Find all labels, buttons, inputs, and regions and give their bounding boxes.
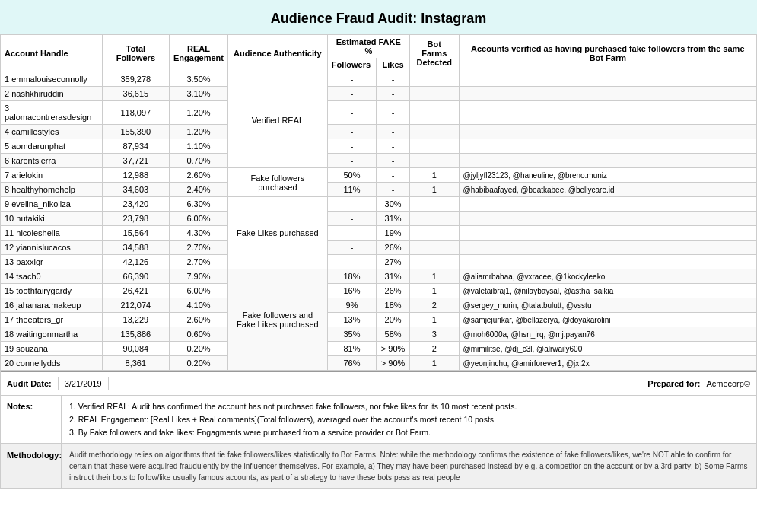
total-followers: 37,721	[102, 154, 169, 168]
col-fake-followers: Followers	[327, 58, 376, 72]
bot-farms	[409, 139, 459, 154]
real-engagement: 1.20%	[169, 125, 227, 139]
accounts-verified	[459, 139, 756, 154]
col-estimated-fake: Estimated FAKE %	[327, 35, 409, 59]
total-followers: 12,988	[102, 168, 169, 183]
table-row: 6 karentsierra37,7210.70%--	[1, 154, 757, 168]
real-engagement: 2.70%	[169, 255, 227, 269]
bot-farms: 1	[409, 356, 459, 371]
total-followers: 26,421	[102, 284, 169, 298]
fake-followers-pct: -	[327, 212, 376, 226]
accounts-verified: @moh6000a, @hsn_irq, @mj.payan76	[459, 327, 756, 342]
row-number: 13 paxxigr	[1, 255, 103, 269]
row-number: 11 nicolesheila	[1, 226, 103, 241]
bot-farms	[409, 87, 459, 101]
fake-likes-pct: -	[377, 139, 410, 154]
fake-likes-pct: 19%	[377, 226, 410, 241]
total-followers: 42,126	[102, 255, 169, 269]
fake-likes-pct: 20%	[377, 313, 410, 327]
real-engagement: 6.00%	[169, 284, 227, 298]
fake-followers-pct: 16%	[327, 284, 376, 298]
table-row: 8 healthyhomehelp34,6032.40%11%-1@habiba…	[1, 183, 757, 197]
row-number: 10 nutakiki	[1, 212, 103, 226]
total-followers: 212,074	[102, 298, 169, 313]
methodology-label: Methodology:	[1, 444, 62, 488]
row-number: 12 yiannislucacos	[1, 241, 103, 255]
row-number: 16 jahanara.makeup	[1, 298, 103, 313]
real-engagement: 1.10%	[169, 139, 227, 154]
accounts-verified	[459, 154, 756, 168]
fake-followers-pct: 18%	[327, 269, 376, 284]
real-engagement: 1.20%	[169, 101, 227, 125]
real-engagement: 2.60%	[169, 168, 227, 183]
table-row: 13 paxxigr42,1262.70%-27%	[1, 255, 757, 269]
table-row: 2 nashkhiruddin36,6153.10%--	[1, 87, 757, 101]
total-followers: 13,229	[102, 313, 169, 327]
real-engagement: 2.60%	[169, 313, 227, 327]
real-engagement: 7.90%	[169, 269, 227, 284]
real-engagement: 3.50%	[169, 72, 227, 87]
audit-date-row: Audit Date: 3/21/2019 Prepared for: Acme…	[1, 371, 756, 396]
table-row: 20 connellydds8,3610.20%76%> 90%1@yeonji…	[1, 356, 757, 371]
col-authenticity: Audience Authenticity	[228, 35, 328, 72]
accounts-verified: @valetaibraj1, @nilaybaysal, @astha_saik…	[459, 284, 756, 298]
fake-likes-pct: 18%	[377, 298, 410, 313]
accounts-verified	[459, 255, 756, 269]
total-followers: 23,420	[102, 197, 169, 212]
fake-likes-pct: -	[377, 72, 410, 87]
fake-followers-pct: -	[327, 154, 376, 168]
table-row: 18 waitingonmartha135,8860.60%35%58%3@mo…	[1, 327, 757, 342]
table-row: 9 evelina_nikoliza23,4206.30%Fake Likes …	[1, 197, 757, 212]
table-row: 5 aomdarunphat87,9341.10%--	[1, 139, 757, 154]
bot-farms: 1	[409, 269, 459, 284]
row-number: 4 camillestyles	[1, 125, 103, 139]
audience-authenticity: Fake followers andFake Likes purchased	[228, 269, 328, 371]
accounts-verified: @mimilitse, @dj_c3l, @alrwaily600	[459, 342, 756, 356]
fake-likes-pct: 26%	[377, 241, 410, 255]
fake-followers-pct: -	[327, 241, 376, 255]
table-row: 15 toothfairygardy26,4216.00%16%26%1@val…	[1, 284, 757, 298]
accounts-verified	[459, 226, 756, 241]
total-followers: 359,278	[102, 72, 169, 87]
header-row-top: Account Handle Total Followers REALEngag…	[1, 35, 757, 59]
notes-section: Notes: 1. Verified REAL: Audit has confi…	[1, 396, 756, 444]
total-followers: 36,615	[102, 87, 169, 101]
fake-likes-pct: 31%	[377, 269, 410, 284]
fake-followers-pct: 81%	[327, 342, 376, 356]
accounts-verified: @sergey_murin, @talatbulutt, @vsstu	[459, 298, 756, 313]
row-number: 14 tsach0	[1, 269, 103, 284]
col-followers: Total Followers	[102, 35, 169, 72]
col-bot-farms: Bot FarmsDetected	[409, 35, 459, 72]
total-followers: 15,564	[102, 226, 169, 241]
total-followers: 118,097	[102, 101, 169, 125]
notes-content: 1. Verified REAL: Audit has confirmed th…	[62, 396, 524, 443]
accounts-verified: @yeonjinchu, @amirforever1, @jx.2x	[459, 356, 756, 371]
accounts-verified	[459, 101, 756, 125]
row-number: 15 toothfairygardy	[1, 284, 103, 298]
audience-authenticity: Fake Likes purchased	[228, 197, 328, 269]
table-row: 16 jahanara.makeup212,0744.10%9%18%2@ser…	[1, 298, 757, 313]
bot-farms	[409, 212, 459, 226]
fake-followers-pct: -	[327, 226, 376, 241]
row-number: 3 palomacontrerasdesign	[1, 101, 103, 125]
fake-followers-pct: -	[327, 72, 376, 87]
audit-footer: Audit Date: 3/21/2019 Prepared for: Acme…	[0, 371, 757, 489]
fake-followers-pct: 13%	[327, 313, 376, 327]
row-number: 18 waitingonmartha	[1, 327, 103, 342]
audit-date-value: 3/21/2019	[58, 377, 109, 390]
bot-farms: 3	[409, 327, 459, 342]
total-followers: 90,084	[102, 342, 169, 356]
audience-authenticity: Verified REAL	[228, 72, 328, 168]
total-followers: 34,588	[102, 241, 169, 255]
accounts-verified	[459, 72, 756, 87]
fake-followers-pct: 76%	[327, 356, 376, 371]
fake-likes-pct: -	[377, 168, 410, 183]
row-number: 8 healthyhomehelp	[1, 183, 103, 197]
fake-followers-pct: 11%	[327, 183, 376, 197]
bot-farms	[409, 125, 459, 139]
accounts-verified: @jyljyfl23123, @haneuline, @breno.muniz	[459, 168, 756, 183]
real-engagement: 6.00%	[169, 212, 227, 226]
fake-likes-pct: 30%	[377, 197, 410, 212]
col-engagement: REALEngagement	[169, 35, 227, 72]
table-row: 7 arielokin12,9882.60%Fake followers pur…	[1, 168, 757, 183]
